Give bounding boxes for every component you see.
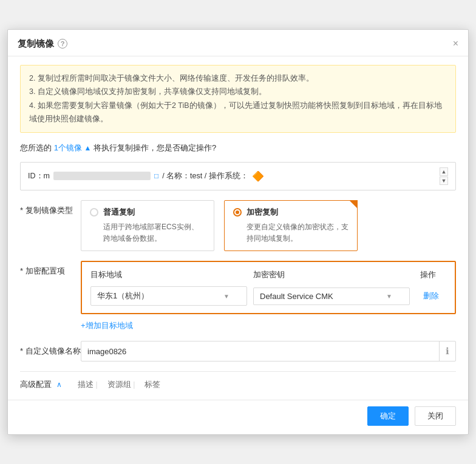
copy-type-row: * 复制镜像类型 普通复制 适用于跨地域部署ECS实例、跨地域备份数据。 (20, 200, 456, 251)
radio-label-normal: 普通复制 (103, 207, 135, 218)
help-icon[interactable]: ? (58, 39, 67, 49)
radio-circle-normal (90, 208, 98, 217)
info-icon[interactable]: ℹ (439, 341, 455, 361)
advanced-tabs: 描述 资源组 标签 (73, 380, 165, 390)
encrypt-config-box: 目标地域 加密密钥 操作 华东1（杭州） ▼ (81, 261, 456, 314)
dialog-title-text: 复制镜像 (18, 38, 54, 50)
advanced-tab-tags[interactable]: 标签 (140, 380, 165, 390)
region-chevron-icon: ▼ (223, 293, 229, 300)
col-target-header: 目标地域 (90, 269, 247, 280)
advanced-section: 高级配置 ∧ 描述 资源组 标签 (20, 371, 456, 390)
close-button[interactable]: 关闭 (415, 406, 456, 426)
region-select-wrapper: 华东1（杭州） ▼ (90, 286, 247, 306)
confirm-line: 您所选的 1个镜像 ▲ 将执行复制操作，您是否确定操作? (20, 143, 456, 153)
region-select[interactable]: 华东1（杭州） ▼ (90, 286, 247, 306)
radio-label-encrypted: 加密复制 (246, 207, 278, 218)
os-icon: 🔶 (252, 170, 264, 182)
copy-type-label: * 复制镜像类型 (20, 200, 81, 216)
radio-desc-encrypted: 变更自定义镜像的加密状态，支持同地域复制。 (246, 221, 348, 244)
confirm-button[interactable]: 确定 (367, 406, 409, 426)
arrow-up[interactable]: ▲ (440, 167, 448, 176)
encrypt-table-header: 目标地域 加密密钥 操作 (90, 269, 446, 280)
dialog-body: 2. 复制过程所需时间取决于镜像文件大小、网络传输速度、开发任务的排队效率。 3… (8, 56, 468, 400)
image-name-row: * 自定义镜像名称 ℹ (20, 341, 456, 361)
advanced-header[interactable]: 高级配置 ∧ 描述 资源组 标签 (20, 379, 456, 390)
copy-icon[interactable]: □ (154, 172, 158, 180)
notice-item-1: 2. 复制过程所需时间取决于镜像文件大小、网络传输速度、开发任务的排队效率。 (29, 72, 447, 86)
image-name-input-wrapper: ℹ (81, 341, 456, 361)
confirm-count-link[interactable]: 1个镜像 ▲ (54, 143, 93, 152)
image-name-content: ℹ (81, 341, 456, 361)
masked-id (53, 172, 151, 180)
confirm-suffix: 将执行复制操作，您是否确定操作? (93, 143, 216, 152)
col-op-header: 操作 (410, 269, 446, 280)
confirm-prefix: 您所选的 (20, 143, 52, 152)
id-row-arrows: ▲ ▼ (440, 167, 448, 185)
advanced-tab-desc[interactable]: 描述 (73, 380, 103, 390)
radio-option-normal[interactable]: 普通复制 适用于跨地域部署ECS实例、跨地域备份数据。 (81, 200, 214, 251)
notice-box: 2. 复制过程所需时间取决于镜像文件大小、网络传输速度、开发任务的排队效率。 3… (20, 65, 456, 133)
key-select-wrapper: Default Service CMK ▼ (253, 287, 410, 305)
col-key-header: 加密密钥 (253, 269, 410, 280)
close-icon[interactable]: × (453, 39, 458, 49)
advanced-tab-group[interactable]: 资源组 (103, 380, 140, 390)
id-label: ID：m (28, 171, 50, 181)
delete-row-button[interactable]: 删除 (410, 291, 446, 301)
encrypt-row-0: 华东1（杭州） ▼ Default Service CMK ▼ 删除 (90, 286, 446, 306)
copy-image-dialog: 复制镜像 ? × 2. 复制过程所需时间取决于镜像文件大小、网络传输速度、开发任… (7, 29, 469, 435)
radio-option-encrypted[interactable]: 加密复制 变更自定义镜像的加密状态，支持同地域复制。 (224, 200, 358, 251)
notice-item-3: 4. 如果您需要复制大容量镜像（例如大于2 TiB的镜像），可以先通过复制快照功… (29, 99, 447, 126)
name-label: / 名称：test / 操作系统： (162, 171, 248, 181)
encrypt-config-row: * 加密配置项 目标地域 加密密钥 操作 华东1（杭州） ▼ (20, 261, 456, 331)
encrypt-config-content: 目标地域 加密密钥 操作 华东1（杭州） ▼ (81, 261, 456, 331)
radio-desc-normal: 适用于跨地域部署ECS实例、跨地域备份数据。 (103, 221, 205, 244)
radio-circle-encrypted (233, 208, 242, 217)
dialog-title: 复制镜像 ? (18, 38, 67, 50)
id-row-content: ID：m □ / 名称：test / 操作系统： 🔶 (28, 170, 440, 182)
add-region-link[interactable]: +增加目标地域 (81, 320, 133, 331)
encrypt-config-label: * 加密配置项 (20, 261, 81, 277)
radio-group: 普通复制 适用于跨地域部署ECS实例、跨地域备份数据。 加密复制 变更自定义镜像… (81, 200, 456, 251)
advanced-label: 高级配置 (20, 379, 52, 390)
dialog-header: 复制镜像 ? × (8, 30, 468, 56)
advanced-toggle-icon: ∧ (56, 380, 62, 389)
id-row: ID：m □ / 名称：test / 操作系统： 🔶 ▲ ▼ (20, 162, 456, 190)
arrow-down[interactable]: ▼ (440, 177, 448, 185)
copy-type-content: 普通复制 适用于跨地域部署ECS实例、跨地域备份数据。 加密复制 变更自定义镜像… (81, 200, 456, 251)
image-name-input[interactable] (81, 343, 439, 360)
dialog-footer: 确定 关闭 (8, 400, 468, 434)
key-chevron-icon: ▼ (386, 293, 392, 300)
image-name-label: * 自定义镜像名称 (20, 341, 81, 357)
arrow-icon: ▲ (84, 144, 91, 152)
key-select[interactable]: Default Service CMK ▼ (253, 287, 410, 305)
notice-item-2: 3. 自定义镜像同地域仅支持加密复制，共享镜像仅支持同地域复制。 (29, 85, 447, 99)
